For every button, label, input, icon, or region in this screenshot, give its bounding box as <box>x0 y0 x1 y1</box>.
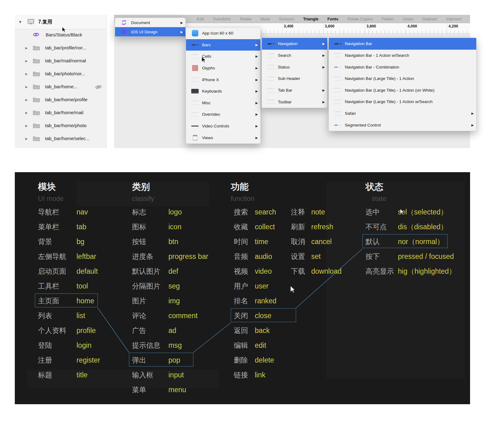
disclosure-down-icon[interactable]: ▼ <box>19 20 22 24</box>
light-icon <box>333 77 343 81</box>
layer-name: tab_bar/home/photo <box>45 123 86 128</box>
menu-item-misc[interactable]: Misc▶ <box>186 97 260 109</box>
menu-item-views[interactable]: Views▶ <box>186 132 260 143</box>
menu-item-segmented-control[interactable]: Segmented Control▶ <box>329 119 476 131</box>
toolbar-item-transform[interactable]: Transform <box>213 17 231 21</box>
layer-row[interactable]: ▶tab_bar/home/photo <box>15 120 106 133</box>
artboard-row[interactable]: ▼ 7.复用 <box>15 15 106 29</box>
artboard-icon <box>27 19 35 26</box>
column-subtitle: UI mode <box>38 195 64 203</box>
term-chinese: 菜单 <box>132 385 168 395</box>
layer-row[interactable]: ▶tab_bar/home... <box>15 81 106 94</box>
menu-item-label: Document <box>131 20 178 25</box>
disclosure-right-icon[interactable]: ▶ <box>25 85 28 89</box>
toolbar-item-subtract[interactable]: Subtract <box>422 17 437 21</box>
term-chinese: 默认图片 <box>132 267 168 276</box>
menu-item-navigation-bar-large-title-1-action[interactable]: Navigation Bar (Large Title) - 1 Action <box>329 73 476 85</box>
toolbar-item-union[interactable]: Union <box>403 17 413 21</box>
submenu-arrow-icon: ▶ <box>255 124 258 128</box>
layer-row[interactable]: ▶tab_bar/home/selec... <box>15 133 106 146</box>
naming-row-user: 用户user <box>234 279 276 293</box>
menu-item-navigation-bar-combination[interactable]: Navigation Bar - Combination <box>329 61 476 73</box>
layer-row[interactable]: ▶tab_bar/mail/normal <box>15 55 106 68</box>
toolbar-item-fonts[interactable]: Fonts <box>328 17 338 21</box>
menu-item-safari[interactable]: Safari▶ <box>329 108 476 119</box>
toolbar-item-flatten[interactable]: Flatten <box>382 17 394 21</box>
naming-column: 标志logo图标icon按钮btn进度条progress bar默认图片def分… <box>132 205 208 397</box>
menu-item-navigation-bar-large-title-1-action-on-white-[interactable]: Navigation Bar (Large Title) - 1 Action … <box>329 85 476 96</box>
disclosure-right-icon[interactable]: ▶ <box>25 137 28 140</box>
layer-row[interactable]: ▶tab_bar/profile/nor... <box>15 42 106 55</box>
toolbar-item-edit[interactable]: Edit <box>197 17 204 21</box>
menu-item-cells[interactable]: Cells▶ <box>186 51 260 62</box>
term-english: register <box>76 356 100 364</box>
menu-item-label: Overrides <box>202 112 253 117</box>
layer-row[interactable]: ▶tab_bar/home/mail <box>15 107 106 120</box>
menu-item-status[interactable]: Status▶ <box>262 61 327 73</box>
table-header-function: 功能function <box>231 181 254 203</box>
menu-item-search[interactable]: Search▶ <box>262 50 327 61</box>
menu-item-keyboards[interactable]: Keyboards▶ <box>186 85 260 97</box>
cursor-pointer <box>400 209 404 216</box>
disclosure-right-icon[interactable]: ▶ <box>25 111 28 114</box>
menu-item-navigation[interactable]: Navigation▶ <box>262 38 327 50</box>
context-menu-level-1: Document▶iOS UI Design▶ <box>115 18 186 37</box>
menu-item-label: iPhone X <box>202 77 253 82</box>
term-english: comment <box>168 312 198 320</box>
menu-item-toolbar[interactable]: Toolbar▶ <box>262 96 327 108</box>
toolbar-item-scissors[interactable]: Scissors <box>279 17 294 21</box>
submenu-arrow-icon: ▶ <box>255 66 258 70</box>
menu-item-sub-header[interactable]: Sub Header <box>262 73 327 85</box>
term-chinese: 排名 <box>234 296 255 306</box>
term-english: pop <box>168 356 180 364</box>
toolbar-item-mask[interactable]: Mask <box>260 17 270 21</box>
menu-item-overrides[interactable]: Overrides▶ <box>186 109 260 120</box>
naming-row-list: 列表list <box>38 308 100 323</box>
term-english: refresh <box>311 223 333 231</box>
key-icon <box>190 89 200 93</box>
menu-item-navigation-bar-large-title-1-action-w-search[interactable]: Navigation Bar (Large Title) - 1 Action … <box>329 96 476 108</box>
menu-item-document[interactable]: Document▶ <box>115 18 185 27</box>
submenu-arrow-icon: ▶ <box>255 55 258 58</box>
term-english: set <box>311 252 321 261</box>
light-icon <box>190 112 200 117</box>
naming-row-nor-normal--boxed: 默认nor（normal） <box>366 234 456 249</box>
disclosure-right-icon[interactable]: ▶ <box>25 72 28 76</box>
menu-item-iphone-x[interactable]: iPhone X▶ <box>186 74 260 85</box>
term-english: audio <box>255 252 272 261</box>
term-english: msg <box>168 341 182 350</box>
menu-item-label: App Icon 60 x 60 <box>202 31 258 35</box>
toolbar-item-triangle[interactable]: Triangle <box>303 17 319 21</box>
menu-item-navigation-bar[interactable]: Navigation Bar <box>329 38 476 50</box>
term-chinese: 不可点 <box>366 222 398 232</box>
disclosure-right-icon[interactable]: ▶ <box>25 124 28 127</box>
light-icon <box>266 88 276 93</box>
toolbar-item-rotate-copies[interactable]: Rotate Copies <box>347 17 373 21</box>
disclosure-right-icon[interactable]: ▶ <box>25 98 28 102</box>
menu-item-navigation-bar-1-action-w-search[interactable]: Navigation Bar - 1 Action w/Search <box>329 50 476 61</box>
menu-item-bars[interactable]: Bars▶ <box>186 39 260 51</box>
layer-row[interactable]: ▶tab_bar/photo/nor... <box>15 68 106 81</box>
submenu-arrow-icon: ▶ <box>322 42 325 45</box>
naming-row-logo: 标志logo <box>132 205 208 219</box>
layer-row[interactable]: ▶tab_bar/home/profile <box>15 94 106 107</box>
term-chinese: 下载 <box>291 267 311 276</box>
toolbar-item-rotate[interactable]: Rotate <box>240 17 251 21</box>
term-english: link <box>255 371 266 379</box>
layer-row[interactable]: Bars/Status/Black <box>15 29 106 42</box>
naming-row-download: 下载download <box>291 264 341 279</box>
menu-item-app-icon-60-x-60[interactable]: App Icon 60 x 60 <box>186 27 260 39</box>
screenshot-root: ▼ 7.复用 Bars/Status/Black▶tab_bar/profile… <box>0 0 504 440</box>
menu-item-label: Sub Header <box>278 76 325 81</box>
hidden-eye-icon[interactable] <box>94 84 102 91</box>
menu-item-glyphs[interactable]: Glyphs▶ <box>186 62 260 74</box>
menu-item-video-controls[interactable]: Video Controls▶ <box>186 120 260 132</box>
term-english: leftbar <box>76 252 96 261</box>
menu-item-tab-bar[interactable]: Tab Bar▶ <box>262 85 327 96</box>
naming-row-video: 视频video <box>234 264 276 279</box>
term-english: pressed / focused <box>398 252 454 261</box>
toolbar-item-intersect[interactable]: Intersect <box>446 17 461 21</box>
disclosure-right-icon[interactable]: ▶ <box>25 46 28 50</box>
disclosure-right-icon[interactable]: ▶ <box>25 59 28 63</box>
menu-item-ios-ui-design[interactable]: iOS UI Design▶ <box>115 27 185 36</box>
